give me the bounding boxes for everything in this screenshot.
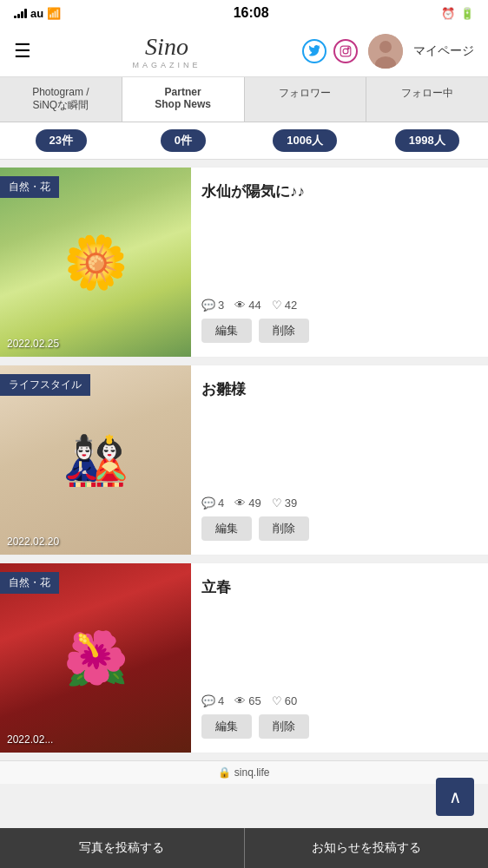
status-right: ⏰ 🔋 [441, 7, 474, 20]
post-stats-1: 💬 3 👁 44 ♡ 42 [201, 299, 478, 312]
post-title-3: 立春 [201, 577, 478, 598]
like-stat-3: ♡ 60 [272, 694, 297, 707]
wifi-icon: 📶 [47, 7, 61, 20]
status-time: 16:08 [234, 5, 269, 21]
view-stat-1: 👁 44 [234, 299, 260, 312]
like-icon-3: ♡ [272, 694, 282, 707]
edit-button-1[interactable]: 編集 [201, 319, 252, 343]
tabs: Photogram /SiNQな瞬間 PartnerShop News フォロワ… [0, 77, 488, 122]
tab-count-followers: 1006人 [244, 122, 366, 159]
logo-text: Sino [42, 33, 292, 61]
lock-icon: 🔒 [218, 766, 231, 779]
delete-button-1[interactable]: 削除 [259, 319, 309, 343]
tab-count-partner: 0件 [122, 122, 245, 159]
post-content-3: 立春 💬 4 👁 65 ♡ 60 [191, 563, 488, 753]
post-card: 自然・花 2022.02... 立春 💬 4 👁 65 ♡ 60 [0, 562, 488, 753]
post-image-3: 自然・花 2022.02... [0, 563, 191, 753]
tab-partner[interactable]: PartnerShop News [122, 77, 245, 122]
svg-point-2 [347, 48, 349, 49]
like-count-3: 60 [285, 694, 297, 707]
count-badge-following: 1998人 [395, 129, 459, 152]
view-icon-3: 👁 [234, 694, 246, 707]
logo-sub: MAGAZINE [42, 61, 292, 69]
view-count-2: 49 [248, 496, 260, 510]
post-date-2: 2022.02.20 [7, 536, 59, 548]
post-stats-2: 💬 4 👁 49 ♡ 39 [201, 496, 478, 510]
view-icon-1: 👁 [234, 299, 246, 312]
comment-icon-1: 💬 [201, 299, 215, 312]
mypage-button[interactable]: マイページ [413, 43, 474, 59]
view-count-3: 65 [248, 694, 260, 707]
count-badge-photogram: 23件 [36, 129, 87, 152]
comment-count-2: 4 [218, 496, 224, 510]
post-stats-3: 💬 4 👁 65 ♡ 60 [201, 694, 478, 707]
count-badge-partner: 0件 [161, 129, 206, 152]
post-date-1: 2022.02.25 [7, 338, 59, 350]
alarm-icon: ⏰ [441, 7, 455, 20]
tab-followers[interactable]: フォロワー [245, 77, 367, 122]
like-count-1: 42 [285, 299, 297, 312]
menu-button[interactable]: ☰ [14, 40, 31, 62]
post-content-2: お雛様 💬 4 👁 49 ♡ 39 [191, 365, 488, 555]
domain-bar: 🔒 sinq.life [0, 760, 488, 784]
like-stat-2: ♡ 39 [272, 496, 297, 510]
edit-button-3[interactable]: 編集 [201, 714, 252, 739]
post-date-3: 2022.02... [7, 733, 53, 746]
tab-photogram[interactable]: Photogram /SiNQな瞬間 [0, 77, 122, 122]
post-card: 自然・花 2022.02.25 水仙が陽気に♪♪ 💬 3 👁 44 ♡ [0, 167, 488, 358]
tab-count-photogram: 23件 [0, 122, 122, 159]
edit-button-2[interactable]: 編集 [201, 516, 252, 541]
avatar[interactable] [368, 34, 403, 69]
category-badge-3: 自然・花 [0, 572, 59, 594]
comment-stat-2: 💬 4 [201, 496, 224, 510]
like-count-2: 39 [285, 496, 297, 510]
view-stat-2: 👁 49 [234, 496, 260, 510]
post-content-1: 水仙が陽気に♪♪ 💬 3 👁 44 ♡ 42 [191, 168, 488, 357]
twitter-icon[interactable] [302, 39, 326, 63]
status-bar: au 📶 16:08 ⏰ 🔋 [0, 0, 488, 26]
category-badge-1: 自然・花 [0, 176, 59, 198]
post-actions-2: 編集 削除 [201, 516, 478, 541]
tab-following[interactable]: フォロー中 [366, 77, 488, 122]
post-image-2: ライフスタイル 2022.02.20 [0, 365, 191, 555]
post-title-1: 水仙が陽気に♪♪ [201, 181, 478, 202]
comment-icon-2: 💬 [201, 496, 215, 510]
view-stat-3: 👁 65 [234, 694, 260, 707]
post-actions-1: 編集 削除 [201, 319, 478, 343]
svg-point-4 [379, 41, 392, 53]
header-social [302, 39, 358, 63]
comment-count-3: 4 [218, 694, 224, 707]
content-area: 自然・花 2022.02.25 水仙が陽気に♪♪ 💬 3 👁 44 ♡ [0, 167, 488, 753]
delete-button-2[interactable]: 削除 [259, 516, 309, 541]
header: ☰ Sino MAGAZINE マイページ [0, 26, 488, 77]
post-title-2: お雛様 [201, 379, 478, 400]
comment-stat-1: 💬 3 [201, 299, 224, 312]
comment-icon-3: 💬 [201, 694, 215, 707]
post-actions-3: 編集 削除 [201, 714, 478, 739]
comment-stat-3: 💬 4 [201, 694, 224, 707]
like-stat-1: ♡ 42 [272, 299, 297, 312]
post-image-1: 自然・花 2022.02.25 [0, 168, 191, 357]
instagram-icon[interactable] [333, 39, 358, 63]
like-icon-2: ♡ [272, 496, 282, 510]
svg-point-1 [343, 49, 348, 54]
view-icon-2: 👁 [234, 496, 246, 510]
status-left: au 📶 [14, 7, 61, 20]
delete-button-3[interactable]: 削除 [259, 714, 309, 739]
post-card: ライフスタイル 2022.02.20 お雛様 💬 4 👁 49 ♡ [0, 365, 488, 556]
carrier-label: au [30, 7, 43, 20]
count-badge-followers: 1006人 [273, 129, 337, 152]
tab-count-row: 23件 0件 1006人 1998人 [0, 122, 488, 160]
header-logo: Sino MAGAZINE [42, 33, 292, 69]
battery-icon: 🔋 [460, 7, 474, 20]
signal-bars [14, 8, 27, 18]
like-icon-1: ♡ [272, 299, 282, 312]
category-badge-2: ライフスタイル [0, 374, 90, 396]
view-count-1: 44 [248, 299, 260, 312]
comment-count-1: 3 [218, 299, 224, 312]
domain-label: sinq.life [234, 766, 270, 779]
tab-count-following: 1998人 [366, 122, 489, 159]
scroll-top-button[interactable]: ∧ [436, 778, 474, 816]
